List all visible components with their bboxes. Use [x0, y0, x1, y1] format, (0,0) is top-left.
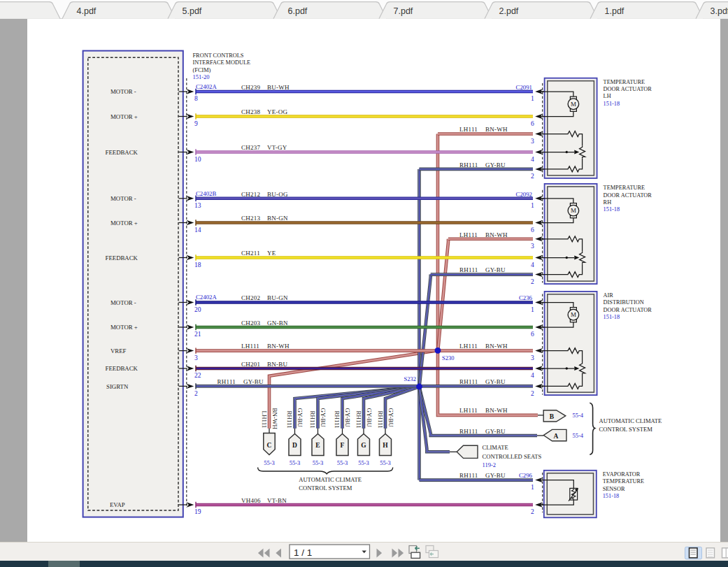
svg-text:TEMPERATURE: TEMPERATURE	[603, 478, 644, 485]
svg-text:YE: YE	[267, 250, 276, 257]
svg-text:BN-GN: BN-GN	[267, 215, 288, 222]
svg-text:20: 20	[194, 306, 201, 313]
svg-text:C296: C296	[519, 472, 533, 479]
svg-text:RH111: RH111	[334, 411, 341, 429]
svg-text:CH212: CH212	[241, 191, 260, 198]
svg-text:7.pdf: 7.pdf	[394, 6, 413, 16]
svg-text:1 / 1: 1 / 1	[294, 547, 312, 558]
svg-text:2: 2	[531, 390, 534, 397]
svg-text:LH111: LH111	[241, 343, 259, 350]
svg-text:55-3: 55-3	[358, 459, 369, 466]
svg-text:MOTOR +: MOTOR +	[110, 324, 138, 331]
svg-text:CONTROLLED SEATS: CONTROLLED SEATS	[483, 453, 542, 460]
svg-text:VT-GY: VT-GY	[267, 144, 287, 151]
svg-text:MOTOR -: MOTOR -	[110, 195, 136, 202]
svg-text:S232: S232	[404, 375, 416, 382]
svg-text:BN-WH: BN-WH	[485, 126, 508, 133]
svg-text:6: 6	[531, 227, 534, 234]
svg-text:M: M	[571, 207, 576, 214]
svg-text:CH211: CH211	[241, 250, 260, 257]
svg-text:CH203: CH203	[241, 320, 261, 326]
svg-text:9: 9	[194, 120, 198, 127]
svg-text:GY-BU: GY-BU	[387, 408, 394, 428]
svg-text:CH213: CH213	[241, 215, 261, 222]
svg-text:DISTRIBUTION: DISTRIBUTION	[604, 299, 644, 306]
svg-text:G: G	[361, 442, 366, 449]
svg-text:CH238: CH238	[241, 108, 261, 115]
svg-text:3: 3	[531, 138, 534, 145]
svg-text:AUTOMATIC CLIMATE: AUTOMATIC CLIMATE	[299, 476, 362, 483]
svg-text:BU-OG: BU-OG	[267, 191, 288, 198]
svg-text:TEMPERATURE: TEMPERATURE	[604, 79, 645, 85]
svg-text:H: H	[383, 442, 388, 449]
svg-text:GY-BU: GY-BU	[366, 408, 373, 428]
svg-text:FRONT CONTROLS: FRONT CONTROLS	[193, 52, 244, 59]
svg-text:BU-GN: BU-GN	[267, 294, 288, 301]
svg-text:6: 6	[531, 120, 534, 127]
svg-text:GY-BU: GY-BU	[485, 266, 506, 273]
svg-text:BN-WH: BN-WH	[485, 231, 508, 238]
svg-text:55-3: 55-3	[380, 459, 391, 466]
svg-text:14: 14	[194, 227, 201, 234]
svg-text:2: 2	[194, 390, 198, 397]
svg-text:C2091: C2091	[516, 84, 532, 91]
svg-text:6: 6	[531, 331, 534, 338]
svg-text:2: 2	[531, 173, 534, 180]
svg-text:(FCIM): (FCIM)	[193, 67, 211, 73]
svg-text:1: 1	[531, 484, 534, 491]
svg-text:1: 1	[531, 306, 534, 313]
svg-text:D: D	[292, 442, 297, 449]
svg-text:GY-BU: GY-BU	[344, 408, 351, 428]
svg-text:GN-BN: GN-BN	[267, 320, 288, 326]
svg-text:B: B	[550, 413, 555, 420]
svg-text:55-3: 55-3	[290, 459, 301, 466]
svg-text:AUTOMATIC CLIMATE: AUTOMATIC CLIMATE	[599, 417, 662, 424]
svg-text:1: 1	[531, 95, 534, 102]
svg-text:CLIMATE: CLIMATE	[483, 444, 508, 451]
svg-text:151-20: 151-20	[193, 73, 210, 80]
svg-text:18: 18	[194, 261, 201, 268]
svg-text:RH111: RH111	[459, 266, 478, 273]
svg-text:3: 3	[194, 354, 198, 361]
svg-text:TEMPERATURE: TEMPERATURE	[604, 185, 645, 191]
svg-text:GY-BU: GY-BU	[297, 408, 304, 428]
svg-text:151-18: 151-18	[603, 493, 620, 499]
svg-text:C2092: C2092	[516, 191, 532, 198]
svg-text:BN-WH: BN-WH	[267, 343, 290, 350]
svg-text:VREF: VREF	[110, 347, 127, 354]
svg-text:CH202: CH202	[241, 294, 260, 301]
svg-text:GY-BU: GY-BU	[485, 378, 506, 385]
svg-text:2: 2	[531, 508, 534, 515]
svg-text:4: 4	[531, 372, 534, 379]
svg-text:GY-BU: GY-BU	[320, 408, 327, 428]
svg-text:LH111: LH111	[459, 343, 478, 350]
svg-text:RH111: RH111	[459, 472, 478, 479]
svg-text:1.pdf: 1.pdf	[605, 6, 624, 16]
svg-text:151-18: 151-18	[604, 314, 620, 320]
svg-text:BU-WH: BU-WH	[267, 84, 290, 91]
svg-text:C2402A: C2402A	[196, 294, 217, 301]
svg-text:FEEDBACK: FEEDBACK	[106, 365, 138, 372]
svg-text:FEEDBACK: FEEDBACK	[106, 149, 138, 156]
svg-text:SIGRTN: SIGRTN	[106, 383, 129, 390]
svg-text:LH: LH	[604, 93, 611, 99]
svg-text:GY-BU: GY-BU	[243, 378, 264, 385]
svg-text:6.pdf: 6.pdf	[288, 6, 308, 16]
svg-text:3: 3	[531, 354, 534, 361]
svg-text:CONTROL SYSTEM: CONTROL SYSTEM	[599, 426, 653, 433]
svg-text:RH111: RH111	[459, 378, 478, 385]
svg-text:21: 21	[194, 331, 201, 338]
svg-text:19: 19	[194, 508, 201, 515]
svg-text:GY-BU: GY-BU	[485, 428, 506, 435]
svg-text:RH111: RH111	[459, 162, 478, 168]
svg-text:INTERFACE MODULE: INTERFACE MODULE	[193, 59, 251, 66]
svg-text:151-18: 151-18	[604, 206, 620, 213]
svg-text:M: M	[571, 101, 576, 108]
svg-text:CH201: CH201	[241, 361, 260, 368]
svg-text:2.pdf: 2.pdf	[499, 6, 519, 16]
svg-text:C236: C236	[519, 294, 533, 301]
svg-text:4: 4	[531, 156, 534, 163]
svg-text:LH111: LH111	[261, 411, 268, 429]
svg-text:8: 8	[194, 95, 198, 102]
svg-text:F: F	[341, 442, 345, 449]
